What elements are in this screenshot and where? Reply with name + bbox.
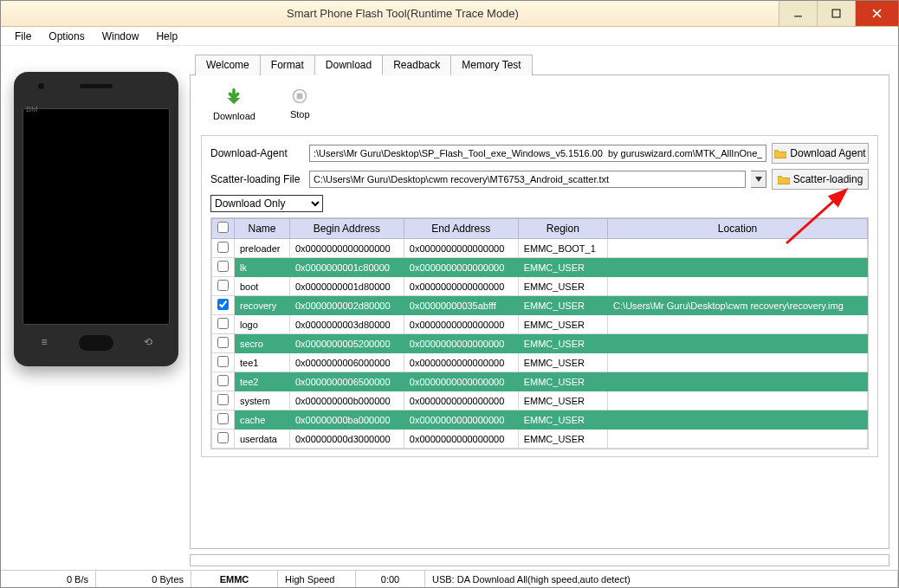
scatter-label: Scatter-loading File [210,173,304,185]
row-checkbox[interactable] [217,356,229,367]
scatter-loading-button[interactable]: Scatter-loading [772,169,869,190]
tab-welcome[interactable]: Welcome [195,55,261,75]
table-row[interactable]: cache0x00000000ba0000000x000000000000000… [212,410,868,430]
menu-window[interactable]: Window [94,29,148,44]
cell-region: EMMC_USER [518,372,607,391]
row-checkbox[interactable] [217,375,229,386]
cell-name: userdata [235,430,290,449]
cell-name: boot [235,277,290,296]
status-mode: High Speed [278,571,356,587]
cell-region: EMMC_USER [518,315,607,334]
row-checkbox[interactable] [217,432,229,443]
status-usb: USB: DA Download All(high speed,auto det… [425,571,898,587]
cell-name: secro [235,334,290,353]
cell-end: 0x00000000035abfff [404,296,518,315]
phone-screen [23,108,170,325]
download-button[interactable]: Download [213,87,255,121]
cell-location [608,258,868,277]
maximize-button[interactable] [817,1,855,26]
phone-preview: BM ≡ ⟲ [10,55,183,566]
row-checkbox[interactable] [217,337,229,348]
close-button[interactable] [855,1,898,26]
config-panel: Download-Agent Download Agent Scatter-lo… [201,135,878,457]
col-location[interactable]: Location [608,219,868,239]
table-row[interactable]: secro0x00000000052000000x000000000000000… [212,334,868,353]
phone-menu-icon: ≡ [33,335,55,349]
cell-name: logo [235,315,290,334]
cell-end: 0x0000000000000000 [404,277,518,296]
cell-begin: 0x0000000005200000 [290,334,404,353]
menu-options[interactable]: Options [40,29,93,44]
cell-begin: 0x0000000001c80000 [290,258,404,277]
download-mode-select[interactable]: Download Only [210,195,323,212]
tab-strip: Welcome Format Download Readback Memory … [195,55,889,75]
status-time: 0:00 [356,571,425,587]
cell-end: 0x0000000000000000 [404,258,518,277]
download-agent-field[interactable] [309,145,766,162]
phone-camera-icon [38,83,44,89]
cell-region: EMMC_USER [518,430,607,449]
svg-rect-5 [297,94,303,100]
col-begin[interactable]: Begin Address [290,219,404,239]
titlebar: Smart Phone Flash Tool(Runtime Trace Mod… [1,1,898,27]
col-end[interactable]: End Address [404,219,518,239]
cell-region: EMMC_USER [518,334,607,353]
row-checkbox[interactable] [217,242,229,253]
tab-memory-test[interactable]: Memory Test [450,55,532,75]
cell-region: EMMC_USER [518,391,607,410]
scatter-field[interactable] [309,171,746,188]
cell-name: tee1 [235,353,290,372]
table-row[interactable]: preloader0x00000000000000000x00000000000… [212,239,868,258]
table-row[interactable]: tee10x00000000060000000x0000000000000000… [212,353,868,372]
row-checkbox[interactable] [217,280,229,291]
cell-name: tee2 [235,372,290,391]
tab-readback[interactable]: Readback [382,55,451,75]
col-name[interactable]: Name [235,219,290,239]
row-checkbox[interactable] [217,394,229,405]
status-speed: 0 B/s [1,571,96,587]
cell-begin: 0x00000000d3000000 [290,430,404,449]
svg-rect-1 [832,10,840,17]
statusbar: 0 B/s 0 Bytes EMMC High Speed 0:00 USB: … [1,570,898,587]
table-row[interactable]: recovery0x0000000002d800000x00000000035a… [212,296,868,315]
cell-name: recovery [235,296,290,315]
row-checkbox[interactable] [217,318,229,329]
cell-end: 0x0000000000000000 [404,315,518,334]
tab-download[interactable]: Download [314,55,383,75]
menu-file[interactable]: File [6,29,40,44]
menu-help[interactable]: Help [147,29,186,44]
cell-region: EMMC_USER [518,296,607,315]
progress-bar [190,554,889,566]
table-row[interactable]: userdata0x00000000d30000000x000000000000… [212,430,868,449]
cell-name: lk [235,258,290,277]
phone-brand: BM [26,105,38,113]
cell-begin: 0x0000000002d80000 [290,296,404,315]
table-row[interactable]: boot0x0000000001d800000x0000000000000000… [212,277,868,296]
download-agent-button-label: Download Agent [790,147,865,159]
cell-region: EMMC_USER [518,258,607,277]
cell-begin: 0x000000000b000000 [290,391,404,410]
window-title: Smart Phone Flash Tool(Runtime Trace Mod… [27,7,779,20]
table-row[interactable]: logo0x0000000003d800000x0000000000000000… [212,315,868,334]
download-agent-button[interactable]: Download Agent [772,143,869,164]
cell-begin: 0x0000000003d80000 [290,315,404,334]
table-row[interactable]: tee20x00000000065000000x0000000000000000… [212,372,868,391]
col-region[interactable]: Region [518,219,607,239]
cell-end: 0x0000000000000000 [404,372,518,391]
table-row[interactable]: system0x000000000b0000000x00000000000000… [212,391,868,410]
table-row[interactable]: lk0x0000000001c800000x0000000000000000EM… [212,258,868,277]
row-checkbox[interactable] [217,299,229,310]
minimize-button[interactable] [779,1,817,26]
cell-location: C:\Users\Mr Guru\Desktop\cwm recovery\re… [608,296,868,315]
cell-end: 0x0000000000000000 [404,334,518,353]
cell-end: 0x0000000000000000 [404,430,518,449]
stop-button[interactable]: Stop [290,87,310,121]
select-all-checkbox[interactable] [217,222,229,233]
cell-begin: 0x0000000006500000 [290,372,404,391]
cell-begin: 0x0000000000000000 [290,239,404,258]
row-checkbox[interactable] [217,413,229,424]
tab-format[interactable]: Format [260,55,315,75]
row-checkbox[interactable] [217,261,229,272]
status-bytes: 0 Bytes [96,571,191,587]
scatter-dropdown-arrow[interactable] [751,171,766,188]
